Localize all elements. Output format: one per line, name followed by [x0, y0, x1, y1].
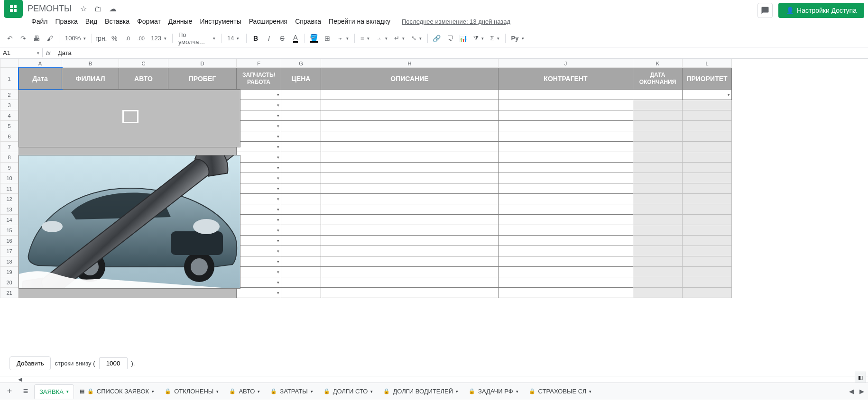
bold-button[interactable]: B — [249, 32, 262, 45]
cell-G11[interactable] — [281, 183, 321, 194]
row-header-19[interactable]: 19 — [0, 267, 18, 277]
cell-K8[interactable] — [633, 152, 683, 163]
row-header-4[interactable]: 4 — [0, 110, 18, 121]
add-rows-button[interactable]: Добавить — [9, 356, 51, 370]
star-icon[interactable]: ☆ — [80, 5, 87, 13]
cell-K15[interactable] — [633, 225, 683, 236]
cell-G9[interactable] — [281, 163, 321, 173]
header-cell-h[interactable]: ОПИСАНИЕ — [321, 68, 499, 90]
cell-H18[interactable] — [321, 256, 499, 267]
menu-format[interactable]: Формат — [133, 16, 165, 27]
cell-J14[interactable] — [499, 215, 633, 225]
cell-K17[interactable] — [633, 246, 683, 256]
cell-L15[interactable] — [683, 225, 732, 236]
undo-icon[interactable]: ↶ — [4, 32, 16, 45]
comment-icon[interactable]: 🗨 — [444, 32, 456, 45]
cell-J17[interactable] — [499, 246, 633, 256]
filter-dropdown[interactable]: ⧩ — [471, 32, 487, 45]
zoom-dropdown[interactable]: 100% — [62, 32, 89, 45]
cell-L16[interactable] — [683, 236, 732, 246]
cell-H2[interactable] — [321, 90, 499, 100]
cell-J5[interactable] — [499, 121, 633, 131]
cell-G3[interactable] — [281, 100, 321, 110]
row-header-9[interactable]: 9 — [0, 163, 18, 173]
sheet-tab-2[interactable]: 🔒ОТКЛОНЕНЫ▾ — [160, 384, 223, 399]
sheet-tab-6[interactable]: 🔒ДОЛГИ ВОДИТЕЛЕЙ▾ — [379, 384, 463, 399]
cell-F10[interactable] — [237, 173, 281, 183]
valign-dropdown[interactable]: ⫠ — [373, 32, 390, 45]
cell-L5[interactable] — [683, 121, 732, 131]
cell-H19[interactable] — [321, 267, 499, 277]
row-header-18[interactable]: 18 — [0, 256, 18, 267]
cell-K20[interactable] — [633, 277, 683, 288]
cell-A21[interactable] — [18, 288, 62, 298]
tab-dropdown-icon[interactable]: ▾ — [370, 389, 373, 394]
percent-button[interactable]: % — [108, 32, 120, 45]
decrease-decimal-button[interactable]: .0 — [121, 32, 134, 45]
cell-L11[interactable] — [683, 183, 732, 194]
cell-J20[interactable] — [499, 277, 633, 288]
header-cell-j[interactable]: КОНТРАГЕНТ — [499, 68, 633, 90]
cell-J9[interactable] — [499, 163, 633, 173]
row-header-13[interactable]: 13 — [0, 204, 18, 215]
comments-button[interactable] — [757, 3, 773, 18]
cell-F6[interactable] — [237, 131, 281, 142]
cell-H5[interactable] — [321, 121, 499, 131]
number-format-dropdown[interactable]: 123 — [148, 32, 169, 45]
cell-J10[interactable] — [499, 173, 633, 183]
tab-dropdown-icon[interactable]: ▾ — [311, 389, 313, 394]
redo-icon[interactable]: ↷ — [17, 32, 29, 45]
cell-K9[interactable] — [633, 163, 683, 173]
cell-F16[interactable] — [237, 236, 281, 246]
menu-edit[interactable]: Правка — [51, 16, 81, 27]
cell-L14[interactable] — [683, 215, 732, 225]
cell-J3[interactable] — [499, 100, 633, 110]
cell-J18[interactable] — [499, 256, 633, 267]
row-header-8[interactable]: 8 — [0, 152, 18, 163]
cell-L7[interactable] — [683, 142, 732, 152]
cell-D21[interactable] — [168, 288, 237, 298]
cell-K6[interactable] — [633, 131, 683, 142]
cell-F5[interactable] — [237, 121, 281, 131]
tab-dropdown-icon[interactable]: ▾ — [589, 389, 591, 394]
menu-view[interactable]: Вид — [82, 16, 101, 27]
cell-F14[interactable] — [237, 215, 281, 225]
cell-L10[interactable] — [683, 173, 732, 183]
cell-L20[interactable] — [683, 277, 732, 288]
formula-bar[interactable]: Дата — [54, 48, 868, 57]
column-header-k[interactable]: K — [633, 59, 683, 68]
merge-dropdown[interactable]: ⫟ — [334, 32, 351, 45]
cell-F12[interactable] — [237, 194, 281, 204]
cell-K12[interactable] — [633, 194, 683, 204]
cell-G18[interactable] — [281, 256, 321, 267]
cell-L8[interactable] — [683, 152, 732, 163]
cell-K5[interactable] — [633, 121, 683, 131]
cell-G20[interactable] — [281, 277, 321, 288]
cell-K2[interactable] — [633, 90, 683, 100]
cell-C21[interactable] — [119, 288, 168, 298]
cell-L9[interactable] — [683, 163, 732, 173]
cell-H12[interactable] — [321, 194, 499, 204]
menu-insert[interactable]: Вставка — [101, 16, 133, 27]
cell-G6[interactable] — [281, 131, 321, 142]
cell-H9[interactable] — [321, 163, 499, 173]
cell-H7[interactable] — [321, 142, 499, 152]
cell-J13[interactable] — [499, 204, 633, 215]
row-header-17[interactable]: 17 — [0, 246, 18, 256]
cell-F2[interactable] — [237, 90, 281, 100]
column-header-b[interactable]: B — [62, 59, 119, 68]
column-header-c[interactable]: C — [119, 59, 168, 68]
sheet-tab-0[interactable]: ЗАЯВКА▾ — [34, 384, 74, 399]
menu-goto[interactable]: Перейти на вкладку — [325, 16, 394, 27]
row-header-16[interactable]: 16 — [0, 236, 18, 246]
add-sheet-button[interactable]: + — [2, 384, 17, 399]
cell-F3[interactable] — [237, 100, 281, 110]
cell-F11[interactable] — [237, 183, 281, 194]
cell-J8[interactable] — [499, 152, 633, 163]
cell-G14[interactable] — [281, 215, 321, 225]
sheet-tab-3[interactable]: 🔒АВТО▾ — [224, 384, 265, 399]
cell-G17[interactable] — [281, 246, 321, 256]
cell-H4[interactable] — [321, 110, 499, 121]
cell-H6[interactable] — [321, 131, 499, 142]
column-header-g[interactable]: G — [281, 59, 321, 68]
